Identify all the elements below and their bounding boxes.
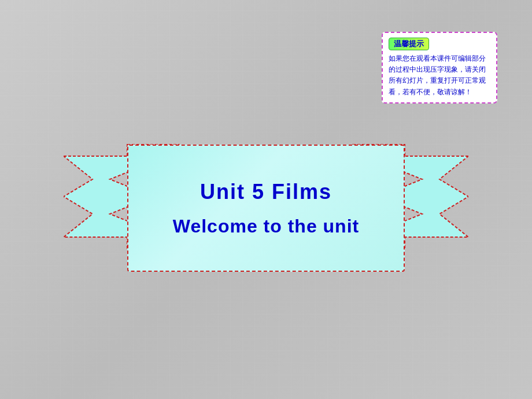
- tooltip-text: 如果您在观看本课件可编辑部分的过程中出现压字现象，请关闭所有幻灯片，重复打开可正…: [389, 53, 490, 98]
- unit-title: Unit 5 Films: [200, 180, 332, 204]
- tooltip-content: 如果您在观看本课件可编辑部分的过程中出现压字现象，请关闭所有幻灯片，重复打开可正…: [389, 54, 486, 96]
- banner-main-content: Unit 5 Films Welcome to the unit: [127, 145, 405, 272]
- banner-container: Unit 5 Films Welcome to the unit: [64, 110, 468, 306]
- unit-subtitle: Welcome to the unit: [173, 216, 359, 237]
- tooltip-title: 温馨提示: [389, 38, 429, 50]
- tooltip-box: 温馨提示 如果您在观看本课件可编辑部分的过程中出现压字现象，请关闭所有幻灯片，重…: [382, 32, 497, 104]
